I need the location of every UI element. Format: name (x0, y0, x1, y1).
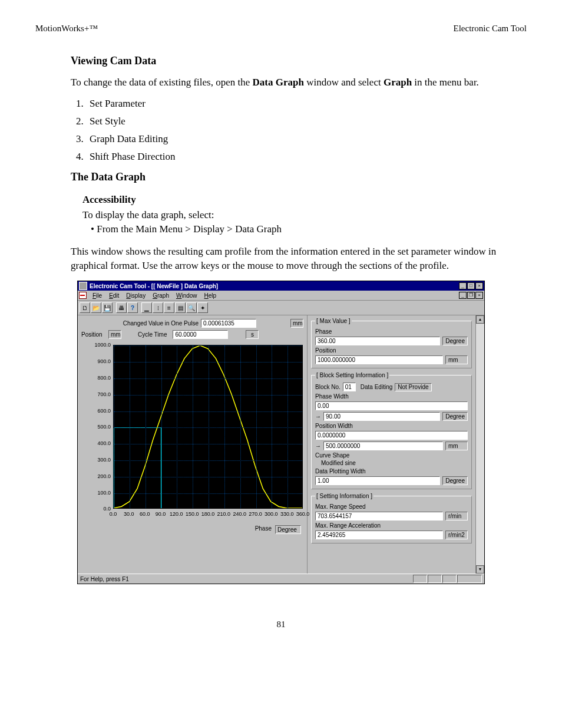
window-title: Electronic Cam Tool - [[ NewFile ] Data … (90, 283, 459, 289)
changed-value-unit: mm (290, 319, 303, 328)
help-icon[interactable]: ? (127, 302, 138, 313)
close-button[interactable]: × (475, 282, 483, 289)
save-file-icon[interactable]: 💾 (102, 302, 113, 313)
data-plot-width-label: Data Plotting Width (315, 468, 366, 475)
app-window: Electronic Cam Tool - [[ NewFile ] Data … (77, 281, 485, 584)
minimize-button[interactable]: _ (459, 282, 467, 289)
zoom-icon[interactable]: 🔍 (186, 302, 197, 313)
changed-value-field[interactable]: 0.00061035 (201, 319, 256, 328)
max-accel-label: Max. Range Acceleration (315, 522, 381, 529)
title-bar[interactable]: Electronic Cam Tool - [[ NewFile ] Data … (78, 281, 484, 291)
cycle-time-unit: s (246, 330, 259, 339)
max-position-unit: mm (445, 355, 468, 364)
tool-graph1-icon[interactable]: ▁ (141, 302, 152, 313)
x-tick-label: 360.0 (296, 511, 310, 517)
menu-window[interactable]: Window (173, 292, 201, 299)
setting-info-legend: [ Setting Information ] (315, 493, 373, 499)
max-speed-value[interactable]: 703.6544157 (315, 512, 443, 521)
list-item: Set Style (86, 116, 515, 127)
y-tick-label: 100.0 (97, 490, 111, 496)
y-tick-label: 700.0 (97, 391, 111, 397)
tool-graph3-icon[interactable]: ≡ (164, 302, 174, 313)
phase-axis-unit: Degree (275, 525, 301, 534)
x-tick-label: 300.0 (265, 511, 278, 517)
open-file-icon[interactable]: 📂 (91, 302, 101, 313)
changed-value-label: Changed Value in One Pulse (123, 320, 199, 327)
phase-width-label: Phase Width (315, 393, 349, 400)
setting-info-group: [ Setting Information ] Max. Range Speed… (311, 493, 472, 543)
status-cell (442, 575, 457, 583)
max-phase-value[interactable]: 360.00 (315, 337, 440, 345)
graph-panel: Changed Value in One Pulse 0.00061035 mm… (78, 315, 308, 574)
vertical-scrollbar[interactable]: ▴ ▾ (475, 315, 484, 574)
max-value-group: [ Max Value ] Phase 360.00 Degree Positi… (311, 318, 472, 368)
list-item: Set Parameter (86, 98, 515, 110)
tool-target-icon[interactable]: ✦ (197, 302, 208, 313)
access-line: To display the data graph, select: (82, 209, 515, 221)
child-restore-button[interactable]: ❐ (467, 292, 475, 299)
x-tick-label: 180.0 (201, 511, 215, 517)
tool-graph2-icon[interactable]: ⫶ (153, 302, 163, 313)
status-cell (428, 575, 442, 583)
maximize-button[interactable]: □ (467, 282, 475, 289)
block-no-label: Block No. (315, 384, 340, 390)
new-file-icon[interactable]: 🗋 (80, 302, 90, 313)
print-icon[interactable]: 🖶 (116, 302, 127, 313)
plot-area[interactable] (113, 345, 303, 509)
intro-text-a: To change the data of existing files, op… (71, 77, 253, 88)
doc-header-right: Electronic Cam Tool (454, 24, 527, 34)
y-tick-label: 500.0 (97, 424, 111, 430)
max-position-value[interactable]: 1000.0000000 (315, 355, 443, 364)
y-tick-label: 1000.0 (94, 342, 111, 348)
y-tick-label: 600.0 (97, 408, 111, 414)
heading-accessibility: Accessibility (82, 194, 515, 206)
data-editing-label: Data Editing (361, 384, 392, 390)
arrow-icon: → (315, 443, 321, 449)
list-item: Shift Phase Direction (86, 151, 515, 163)
x-tick-label: 210.0 (217, 511, 231, 517)
y-tick-label: 300.0 (97, 457, 111, 463)
tool-graph4-icon[interactable]: ▤ (175, 302, 186, 313)
block-setting-legend: [ Block Setting Information ] (315, 372, 389, 378)
data-plot-width-unit: Degree (442, 476, 468, 485)
scroll-up-icon[interactable]: ▴ (476, 315, 484, 324)
position-width-unit: mm (445, 442, 468, 450)
x-tick-label: 330.0 (280, 511, 294, 517)
block-setting-group: [ Block Setting Information ] Block No. … (311, 372, 472, 489)
max-value-legend: [ Max Value ] (315, 318, 352, 324)
x-tick-label: 60.0 (140, 511, 150, 517)
chart-area[interactable]: 0.0100.0200.0300.0400.0500.0600.0700.080… (81, 341, 303, 524)
menu-graph[interactable]: Graph (149, 292, 173, 299)
menu-edit[interactable]: Edit (105, 292, 123, 299)
phase-axis-label: Phase (255, 525, 272, 534)
scroll-down-icon[interactable]: ▾ (476, 565, 484, 574)
max-position-label: Position (315, 347, 336, 354)
intro-paragraph: To change the data of existing files, op… (71, 75, 515, 90)
menu-help[interactable]: Help (201, 292, 220, 299)
phase-width-to[interactable]: 90.00 (323, 412, 440, 421)
data-plot-width-value[interactable]: 1.00 (315, 476, 440, 485)
max-phase-unit: Degree (442, 337, 468, 345)
intro-text-e: in the menu bar. (412, 77, 479, 88)
intro-bold-graph: Graph (384, 77, 412, 88)
block-no-value[interactable]: 01 (343, 383, 356, 391)
max-speed-label: Max. Range Speed (315, 503, 366, 510)
y-tick-label: 900.0 (97, 358, 111, 364)
heading-viewing-cam-data: Viewing Cam Data (71, 55, 515, 67)
child-minimize-button[interactable]: _ (459, 292, 467, 299)
toolbar: 🗋 📂 💾 🖶 ? ▁ ⫶ ≡ ▤ 🔍 ✦ (78, 301, 484, 315)
max-accel-value[interactable]: 2.4549265 (315, 531, 443, 539)
status-cell (413, 575, 427, 583)
cycle-time-label: Cycle Time (138, 331, 167, 338)
menu-file[interactable]: File (89, 292, 105, 299)
child-close-button[interactable]: × (475, 292, 483, 299)
position-width-from[interactable]: 0.0000000 (315, 431, 468, 440)
phase-width-unit: Degree (442, 412, 468, 421)
menu-display[interactable]: Display (123, 292, 149, 299)
arrow-icon: → (315, 413, 321, 420)
doc-header-left: MotionWorks+™ (35, 24, 98, 34)
phase-width-from[interactable]: 0.00 (315, 401, 468, 410)
document-icon[interactable] (79, 292, 87, 299)
cycle-time-field[interactable]: 60.0000 (173, 330, 228, 339)
position-width-to[interactable]: 500.0000000 (323, 442, 443, 450)
